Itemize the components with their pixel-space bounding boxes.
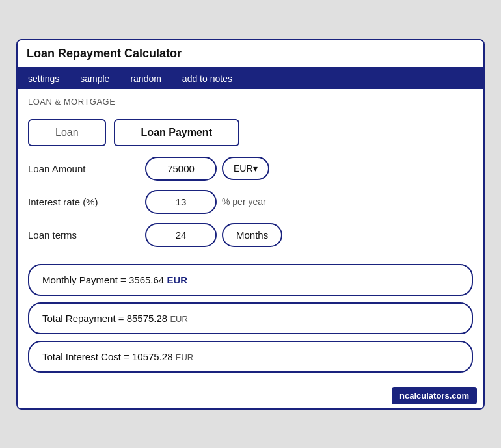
monthly-payment-currency: EUR (167, 274, 187, 285)
monthly-payment-result: Monthly Payment = 3565.64 EUR (28, 264, 473, 296)
total-repayment-currency: EUR (170, 314, 187, 324)
tab-bar: settings sample random add to notes (18, 68, 483, 89)
tab-add-to-notes[interactable]: add to notes (172, 68, 243, 89)
total-interest-result: Total Interest Cost = 10575.28 EUR (28, 341, 473, 373)
loan-terms-unit[interactable]: Months (222, 223, 282, 247)
footer: ncalculators.com (18, 383, 483, 408)
interest-rate-suffix: % per year (222, 196, 266, 207)
results-container: Monthly Payment = 3565.64 EUR Total Repa… (18, 264, 483, 383)
total-interest-currency: EUR (176, 352, 193, 362)
tab-settings[interactable]: settings (18, 68, 70, 89)
interest-rate-label: Interest rate (%) (28, 196, 145, 207)
total-repayment-result: Total Repayment = 85575.28 EUR (28, 302, 473, 334)
app-title: Loan Repayment Calculator (27, 47, 182, 60)
fields-container: Loan Amount EUR▾ Interest rate (%) % per… (18, 154, 483, 264)
tab-sample[interactable]: sample (70, 68, 120, 89)
title-bar: Loan Repayment Calculator (18, 40, 483, 68)
mode-tab-loan-payment[interactable]: Loan Payment (114, 119, 239, 146)
tab-random[interactable]: random (120, 68, 171, 89)
loan-terms-label: Loan terms (28, 230, 145, 241)
interest-rate-row: Interest rate (%) % per year (28, 190, 473, 214)
mode-tab-loan[interactable]: Loan (28, 119, 106, 146)
loan-amount-label: Loan Amount (28, 163, 145, 174)
loan-amount-row: Loan Amount EUR▾ (28, 157, 473, 181)
mode-tabs: Loan Loan Payment (18, 111, 483, 154)
brand-label: ncalculators.com (392, 387, 477, 404)
monthly-payment-label: Monthly Payment = 3565.64 (42, 274, 164, 285)
section-label: LOAN & MORTGAGE (18, 89, 483, 111)
loan-amount-input[interactable] (145, 157, 217, 181)
currency-selector[interactable]: EUR▾ (222, 157, 269, 180)
loan-terms-input[interactable] (145, 223, 217, 247)
calculator-container: Loan Repayment Calculator settings sampl… (16, 39, 485, 410)
loan-terms-row: Loan terms Months (28, 223, 473, 247)
total-interest-label: Total Interest Cost = 10575.28 (42, 351, 173, 362)
interest-rate-input[interactable] (145, 190, 217, 214)
total-repayment-label: Total Repayment = 85575.28 (42, 313, 167, 324)
